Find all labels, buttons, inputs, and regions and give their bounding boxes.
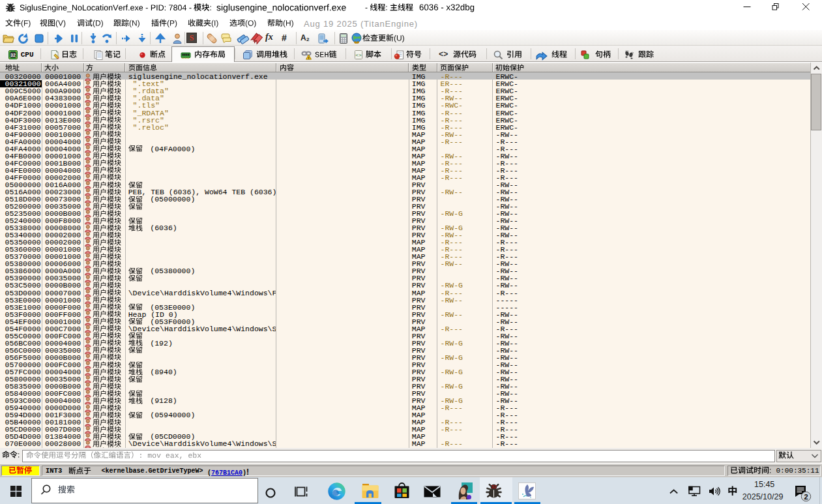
svg-text:32: 32 xyxy=(491,484,496,490)
svg-text:<>: <> xyxy=(355,52,362,58)
svg-text:2: 2 xyxy=(804,493,808,501)
svg-text:32: 32 xyxy=(10,53,16,57)
svg-text:!: ! xyxy=(308,56,310,60)
